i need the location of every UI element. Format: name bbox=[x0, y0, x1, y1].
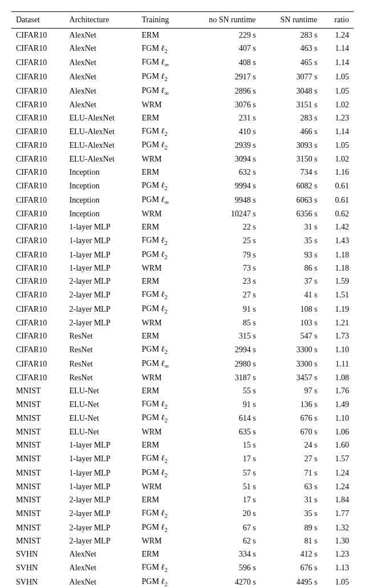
cell-ratio: 1.05 bbox=[322, 70, 354, 84]
cell-ratio: 1.23 bbox=[322, 548, 354, 561]
cell-dataset: CIFAR10 bbox=[11, 317, 65, 330]
table-row: MNISTELU-NetWRM635 s670 s1.06 bbox=[11, 426, 354, 439]
cell-dataset: MNIST bbox=[11, 506, 65, 521]
table-row: CIFAR10ResNetERM315 s547 s1.73 bbox=[11, 330, 354, 343]
cell-no-sn: 4270 s bbox=[185, 575, 260, 588]
cell-training: ERM bbox=[137, 166, 186, 179]
cell-dataset: MNIST bbox=[11, 493, 65, 506]
cell-no-sn: 635 s bbox=[185, 426, 260, 439]
cell-architecture: ELU-Net bbox=[65, 397, 137, 412]
table-row: CIFAR10InceptionERM632 s734 s1.16 bbox=[11, 166, 354, 179]
table-row: CIFAR10ELU-AlexNetPGM ℓ22939 s3093 s1.05 bbox=[11, 139, 354, 153]
cell-sn: 466 s bbox=[261, 124, 322, 139]
cell-no-sn: 91 s bbox=[185, 397, 260, 412]
cell-no-sn: 17 s bbox=[185, 452, 260, 466]
cell-architecture: 2-layer MLP bbox=[65, 521, 137, 535]
cell-no-sn: 596 s bbox=[185, 561, 260, 575]
cell-dataset: CIFAR10 bbox=[11, 288, 65, 303]
cell-ratio: 1.16 bbox=[322, 166, 354, 179]
table-row: MNIST1-layer MLPPGM ℓ257 s71 s1.24 bbox=[11, 466, 354, 481]
table-row: MNIST2-layer MLPERM17 s31 s1.84 bbox=[11, 493, 354, 506]
cell-ratio: 1.77 bbox=[322, 506, 354, 521]
cell-dataset: MNIST bbox=[11, 439, 65, 452]
cell-sn: 136 s bbox=[261, 397, 322, 412]
cell-architecture: ELU-AlexNet bbox=[65, 139, 137, 153]
table-row: CIFAR10AlexNetERM229 s283 s1.24 bbox=[11, 29, 354, 42]
cell-training: WRM bbox=[137, 317, 186, 330]
table-row: CIFAR10ResNetPGM ℓ22994 s3300 s1.10 bbox=[11, 343, 354, 357]
cell-no-sn: 85 s bbox=[185, 317, 260, 330]
cell-training: FGM ℓ∞ bbox=[137, 56, 186, 70]
cell-architecture: 2-layer MLP bbox=[65, 535, 137, 548]
cell-sn: 676 s bbox=[261, 561, 322, 575]
cell-dataset: MNIST bbox=[11, 466, 65, 481]
cell-sn: 676 s bbox=[261, 412, 322, 426]
cell-dataset: CIFAR10 bbox=[11, 248, 65, 262]
cell-ratio: 1.13 bbox=[322, 561, 354, 575]
cell-sn: 63 s bbox=[261, 480, 322, 493]
cell-no-sn: 55 s bbox=[185, 384, 260, 397]
cell-sn: 71 s bbox=[261, 466, 322, 481]
table-row: MNIST2-layer MLPPGM ℓ267 s89 s1.32 bbox=[11, 521, 354, 535]
cell-architecture: 1-layer MLP bbox=[65, 466, 137, 481]
table-header-row: Dataset Architecture Training no SN runt… bbox=[11, 12, 354, 29]
cell-ratio: 1.21 bbox=[322, 317, 354, 330]
cell-dataset: MNIST bbox=[11, 521, 65, 535]
cell-architecture: Inception bbox=[65, 194, 137, 208]
cell-architecture: ELU-Net bbox=[65, 384, 137, 397]
table-row: MNISTELU-NetFGM ℓ291 s136 s1.49 bbox=[11, 397, 354, 412]
table-row: MNIST2-layer MLPFGM ℓ220 s35 s1.77 bbox=[11, 506, 354, 521]
table-row: CIFAR10AlexNetFGM ℓ∞408 s465 s1.14 bbox=[11, 56, 354, 70]
cell-training: ERM bbox=[137, 275, 186, 288]
cell-architecture: AlexNet bbox=[65, 84, 137, 98]
cell-architecture: ELU-AlexNet bbox=[65, 153, 137, 166]
cell-dataset: CIFAR10 bbox=[11, 98, 65, 111]
cell-sn: 283 s bbox=[261, 29, 322, 42]
cell-training: ERM bbox=[137, 330, 186, 343]
cell-training: FGM ℓ2 bbox=[137, 288, 186, 303]
cell-sn: 3300 s bbox=[261, 343, 322, 357]
cell-no-sn: 22 s bbox=[185, 220, 260, 233]
cell-ratio: 1.49 bbox=[322, 397, 354, 412]
cell-dataset: CIFAR10 bbox=[11, 84, 65, 98]
cell-sn: 86 s bbox=[261, 262, 322, 275]
cell-architecture: ResNet bbox=[65, 371, 137, 384]
table-row: CIFAR10AlexNetPGM ℓ22917 s3077 s1.05 bbox=[11, 70, 354, 84]
cell-sn: 103 s bbox=[261, 317, 322, 330]
cell-no-sn: 2896 s bbox=[185, 84, 260, 98]
cell-sn: 37 s bbox=[261, 275, 322, 288]
cell-sn: 81 s bbox=[261, 535, 322, 548]
cell-dataset: CIFAR10 bbox=[11, 56, 65, 70]
cell-training: PGM ℓ2 bbox=[137, 575, 186, 588]
cell-dataset: CIFAR10 bbox=[11, 29, 65, 42]
cell-no-sn: 51 s bbox=[185, 480, 260, 493]
cell-no-sn: 73 s bbox=[185, 262, 260, 275]
cell-sn: 465 s bbox=[261, 56, 322, 70]
cell-training: PGM ℓ2 bbox=[137, 303, 186, 317]
cell-architecture: 2-layer MLP bbox=[65, 275, 137, 288]
cell-training: ERM bbox=[137, 439, 186, 452]
table-row: CIFAR101-layer MLPPGM ℓ279 s93 s1.18 bbox=[11, 248, 354, 262]
cell-no-sn: 10247 s bbox=[185, 207, 260, 220]
table-row: CIFAR10InceptionPGM ℓ29994 s6082 s0.61 bbox=[11, 179, 354, 194]
table-row: CIFAR10AlexNetPGM ℓ∞2896 s3048 s1.05 bbox=[11, 84, 354, 98]
cell-sn: 3457 s bbox=[261, 371, 322, 384]
cell-dataset: CIFAR10 bbox=[11, 303, 65, 317]
cell-architecture: AlexNet bbox=[65, 575, 137, 588]
cell-ratio: 1.05 bbox=[322, 575, 354, 588]
cell-no-sn: 79 s bbox=[185, 248, 260, 262]
table-row: SVHNAlexNetERM334 s412 s1.23 bbox=[11, 548, 354, 561]
cell-no-sn: 231 s bbox=[185, 111, 260, 124]
cell-no-sn: 17 s bbox=[185, 493, 260, 506]
cell-ratio: 1.73 bbox=[322, 330, 354, 343]
cell-no-sn: 407 s bbox=[185, 42, 260, 56]
cell-training: ERM bbox=[137, 384, 186, 397]
cell-ratio: 1.19 bbox=[322, 303, 354, 317]
col-ratio: ratio bbox=[322, 12, 354, 29]
cell-training: FGM ℓ2 bbox=[137, 506, 186, 521]
table-row: SVHNAlexNetFGM ℓ2596 s676 s1.13 bbox=[11, 561, 354, 575]
cell-training: FGM ℓ2 bbox=[137, 42, 186, 56]
cell-architecture: 1-layer MLP bbox=[65, 220, 137, 233]
cell-training: WRM bbox=[137, 207, 186, 220]
cell-training: WRM bbox=[137, 535, 186, 548]
